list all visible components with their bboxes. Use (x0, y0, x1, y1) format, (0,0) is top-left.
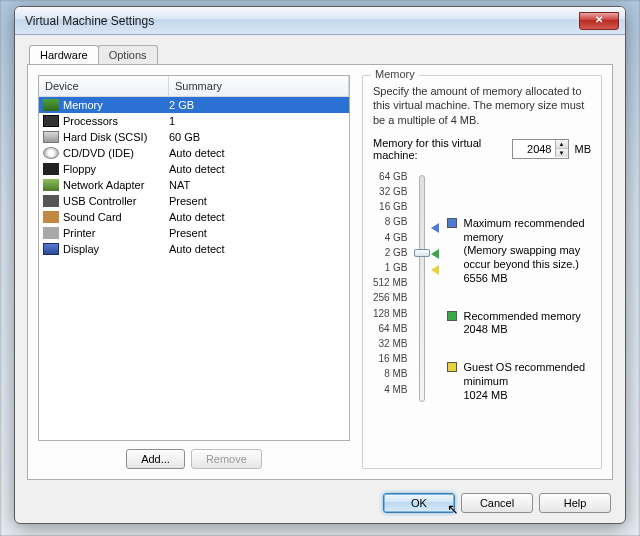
memory-description: Specify the amount of memory allocated t… (373, 84, 591, 127)
marker-rec-icon (431, 249, 439, 259)
remove-button: Remove (191, 449, 262, 469)
device-icon (43, 179, 59, 191)
tab-hardware[interactable]: Hardware (29, 45, 99, 64)
header-summary[interactable]: Summary (169, 76, 349, 96)
legend-max-value: 6556 MB (463, 272, 591, 286)
legend-min-value: 1024 MB (463, 389, 591, 403)
titlebar: Virtual Machine Settings ✕ (15, 7, 625, 35)
device-name: Memory (63, 99, 103, 111)
device-list-header: Device Summary (39, 76, 349, 97)
memory-tick: 32 MB (379, 338, 408, 350)
memory-tick: 32 GB (379, 186, 407, 198)
memory-input[interactable] (513, 143, 555, 155)
tab-panel-hardware: Device Summary Memory2 GBProcessors1Hard… (27, 64, 613, 480)
table-row[interactable]: Hard Disk (SCSI)60 GB (39, 129, 349, 145)
device-name: Hard Disk (SCSI) (63, 131, 147, 143)
memory-unit: MB (575, 143, 592, 155)
memory-tick: 128 MB (373, 308, 407, 320)
ok-button[interactable]: OK (383, 493, 455, 513)
memory-tick: 8 MB (384, 368, 407, 380)
legend-max: Maximum recommended memory (Memory swapp… (447, 217, 591, 286)
memory-tick: 64 MB (379, 323, 408, 335)
device-name: Sound Card (63, 211, 122, 223)
device-icon (43, 131, 59, 143)
memory-tick: 4 MB (384, 384, 407, 396)
memory-tick: 512 MB (373, 277, 407, 289)
device-list: Device Summary Memory2 GBProcessors1Hard… (38, 75, 350, 441)
memory-tick: 256 MB (373, 292, 407, 304)
table-row[interactable]: CD/DVD (IDE)Auto detect (39, 145, 349, 161)
device-summary: Auto detect (169, 243, 345, 255)
device-summary: Auto detect (169, 163, 345, 175)
device-icon (43, 227, 59, 239)
swatch-rec-icon (447, 311, 457, 321)
device-icon (43, 211, 59, 223)
tab-bar: Hardware Options (29, 45, 613, 64)
table-row[interactable]: USB ControllerPresent (39, 193, 349, 209)
device-summary: 60 GB (169, 131, 345, 143)
device-icon (43, 243, 59, 255)
device-name: USB Controller (63, 195, 136, 207)
table-row[interactable]: Processors1 (39, 113, 349, 129)
device-name: Processors (63, 115, 118, 127)
close-button[interactable]: ✕ (579, 12, 619, 30)
memory-tick: 64 GB (379, 171, 407, 183)
memory-tick-labels: 64 GB32 GB16 GB8 GB4 GB2 GB1 GB512 MB256… (373, 171, 413, 407)
cancel-button[interactable]: Cancel (461, 493, 533, 513)
device-summary: NAT (169, 179, 345, 191)
memory-tick: 2 GB (385, 247, 408, 259)
memory-group-title: Memory (371, 68, 419, 80)
memory-group: Memory Specify the amount of memory allo… (362, 75, 602, 469)
device-name: CD/DVD (IDE) (63, 147, 134, 159)
device-summary: Auto detect (169, 147, 345, 159)
table-row[interactable]: Memory2 GB (39, 97, 349, 113)
legend-max-note: (Memory swapping may occur beyond this s… (463, 244, 591, 272)
table-row[interactable]: Network AdapterNAT (39, 177, 349, 193)
device-name: Network Adapter (63, 179, 144, 191)
device-summary: 1 (169, 115, 345, 127)
spin-up-icon[interactable]: ▲ (556, 140, 568, 149)
help-button[interactable]: Help (539, 493, 611, 513)
legend-rec-value: 2048 MB (463, 323, 580, 337)
table-row[interactable]: FloppyAuto detect (39, 161, 349, 177)
memory-tick: 16 MB (379, 353, 408, 365)
slider-thumb[interactable] (414, 249, 430, 257)
legend-max-label: Maximum recommended memory (463, 217, 591, 245)
swatch-max-icon (447, 218, 457, 228)
marker-min-icon (431, 265, 439, 275)
marker-max-icon (431, 223, 439, 233)
device-name: Display (63, 243, 99, 255)
memory-tick: 8 GB (385, 216, 408, 228)
table-row[interactable]: DisplayAuto detect (39, 241, 349, 257)
memory-tick: 16 GB (379, 201, 407, 213)
dialog-footer: OK Cancel Help (383, 493, 611, 513)
device-icon (43, 195, 59, 207)
device-summary: Auto detect (169, 211, 345, 223)
legend-rec-label: Recommended memory (463, 310, 580, 324)
spin-down-icon[interactable]: ▼ (556, 149, 568, 157)
device-icon (43, 147, 59, 159)
swatch-min-icon (447, 362, 457, 372)
memory-label: Memory for this virtual machine: (373, 137, 506, 161)
tab-options[interactable]: Options (98, 45, 158, 64)
window-title: Virtual Machine Settings (25, 14, 579, 28)
legend-min: Guest OS recommended minimum 1024 MB (447, 361, 591, 402)
header-device[interactable]: Device (39, 76, 169, 96)
memory-tick: 4 GB (385, 232, 408, 244)
device-summary: 2 GB (169, 99, 345, 111)
table-row[interactable]: Sound CardAuto detect (39, 209, 349, 225)
device-icon (43, 115, 59, 127)
device-icon (43, 99, 59, 111)
memory-spinbox[interactable]: ▲ ▼ (512, 139, 569, 159)
device-summary: Present (169, 227, 345, 239)
legend-min-label: Guest OS recommended minimum (463, 361, 591, 389)
add-button[interactable]: Add... (126, 449, 185, 469)
memory-slider[interactable] (413, 171, 435, 407)
device-name: Floppy (63, 163, 96, 175)
legend-rec: Recommended memory 2048 MB (447, 310, 591, 338)
device-name: Printer (63, 227, 95, 239)
table-row[interactable]: PrinterPresent (39, 225, 349, 241)
memory-tick: 1 GB (385, 262, 408, 274)
vm-settings-dialog: Virtual Machine Settings ✕ Hardware Opti… (14, 6, 626, 524)
device-icon (43, 163, 59, 175)
